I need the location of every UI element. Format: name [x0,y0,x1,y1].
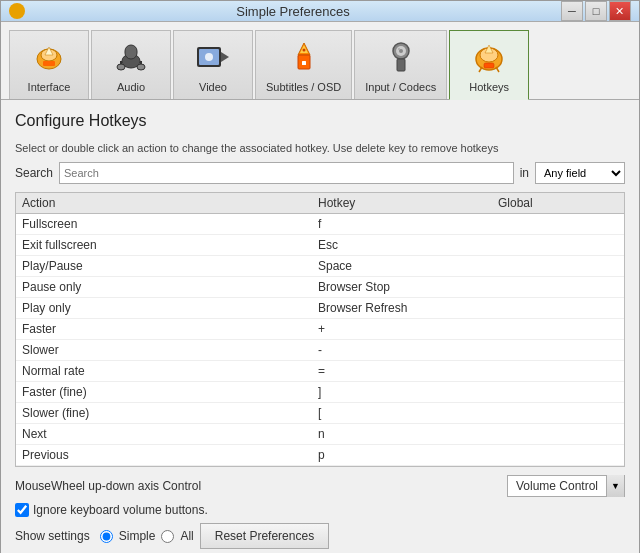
cell-global [498,426,598,442]
cell-empty [598,237,618,253]
table-row[interactable]: Faster + [16,319,624,340]
tab-audio[interactable]: Audio [91,30,171,99]
table-row[interactable]: Pause only Browser Stop [16,277,624,298]
cell-empty [598,279,618,295]
table-row[interactable]: Previous p [16,445,624,466]
radio-group: Simple All [100,529,194,543]
cell-empty [598,216,618,232]
cell-action: Next [22,426,318,442]
tab-video[interactable]: Video [173,30,253,99]
svg-point-13 [205,53,213,61]
simple-radio-label: Simple [119,529,156,543]
cell-global [498,216,598,232]
cell-global [498,279,598,295]
table-row[interactable]: Slower (fine) [ [16,403,624,424]
cell-action: Previous [22,447,318,463]
cell-global [498,384,598,400]
title-bar: Simple Preferences ─ □ ✕ [1,1,639,22]
mousewheel-dropdown[interactable]: Volume Control ▼ [507,475,625,497]
title-controls: ─ □ ✕ [561,1,631,21]
col-action: Action [22,196,318,210]
interface-icon [29,37,69,77]
hotkeys-icon [469,37,509,77]
close-button[interactable]: ✕ [609,1,631,21]
cell-hotkey: f [318,216,498,232]
title-icon [9,3,25,19]
maximize-button[interactable]: □ [585,1,607,21]
cell-action: Exit fullscreen [22,237,318,253]
cell-global [498,342,598,358]
table-row[interactable]: Play/Pause Space [16,256,624,277]
tab-input-label: Input / Codecs [365,81,436,93]
svg-point-9 [137,64,145,70]
cell-empty [598,405,618,421]
search-in-label: in [520,166,529,180]
col-global: Global [498,196,598,210]
svg-rect-18 [302,61,306,65]
tab-subtitles-label: Subtitles / OSD [266,81,341,93]
cell-action: Play/Pause [22,258,318,274]
table-row[interactable]: Normal rate = [16,361,624,382]
cell-action: Play only [22,300,318,316]
tab-hotkeys[interactable]: Hotkeys [449,30,529,100]
dropdown-arrow-icon[interactable]: ▼ [606,475,624,497]
tab-input[interactable]: Input / Codecs [354,30,447,99]
video-icon [193,37,233,77]
table-row[interactable]: Slower - [16,340,624,361]
svg-point-8 [117,64,125,70]
cell-action: Normal rate [22,363,318,379]
mousewheel-value: Volume Control [508,477,606,495]
ignore-keyboard-row: Ignore keyboard volume buttons. [15,503,625,517]
cell-global [498,363,598,379]
ignore-keyboard-checkbox[interactable] [15,503,29,517]
cell-empty [598,342,618,358]
minimize-button[interactable]: ─ [561,1,583,21]
cell-hotkey: [ [318,405,498,421]
table-header: Action Hotkey Global [16,193,624,214]
tab-interface[interactable]: Interface [9,30,89,99]
cell-action: Slower [22,342,318,358]
table-row[interactable]: Play only Browser Refresh [16,298,624,319]
tab-hotkeys-label: Hotkeys [469,81,509,93]
table-row[interactable]: Fullscreen f [16,214,624,235]
svg-rect-20 [397,59,405,71]
window-title: Simple Preferences [236,4,349,19]
description-text: Select or double click an action to chan… [15,142,625,154]
cell-empty [598,300,618,316]
page-title: Configure Hotkeys [15,112,625,130]
table-row[interactable]: Next n [16,424,624,445]
cell-action: Fullscreen [22,216,318,232]
svg-marker-12 [221,52,229,62]
cell-hotkey: Browser Stop [318,279,498,295]
tab-audio-label: Audio [117,81,145,93]
cell-hotkey: Space [318,258,498,274]
all-radio[interactable] [161,530,174,543]
svg-rect-27 [484,63,494,68]
main-window: Simple Preferences ─ □ ✕ Interface [0,0,640,553]
show-settings-row: Show settings Simple All Reset Preferenc… [15,523,625,549]
search-input[interactable] [59,162,514,184]
table-row[interactable]: Faster (fine) ] [16,382,624,403]
search-field-dropdown[interactable]: Any field Action Hotkey [535,162,625,184]
cell-global [498,237,598,253]
cell-hotkey: ] [318,384,498,400]
cell-empty [598,447,618,463]
cell-hotkey: Browser Refresh [318,300,498,316]
tab-subtitles[interactable]: Subtitles / OSD [255,30,352,99]
cell-action: Pause only [22,279,318,295]
table-body[interactable]: Fullscreen f Exit fullscreen Esc Play/Pa… [16,214,624,466]
mousewheel-label: MouseWheel up-down axis Control [15,479,201,493]
input-icon [381,37,421,77]
simple-radio[interactable] [100,530,113,543]
tab-interface-label: Interface [28,81,71,93]
reset-preferences-button[interactable]: Reset Preferences [200,523,329,549]
hotkeys-table: Action Hotkey Global Fullscreen f Exit f… [15,192,625,467]
cell-global [498,258,598,274]
cell-action: Faster (fine) [22,384,318,400]
search-row: Search in Any field Action Hotkey [15,162,625,184]
audio-icon [111,37,151,77]
table-row[interactable]: Exit fullscreen Esc [16,235,624,256]
cell-hotkey: p [318,447,498,463]
show-settings-label: Show settings [15,529,90,543]
mousewheel-row: MouseWheel up-down axis Control Volume C… [15,475,625,497]
